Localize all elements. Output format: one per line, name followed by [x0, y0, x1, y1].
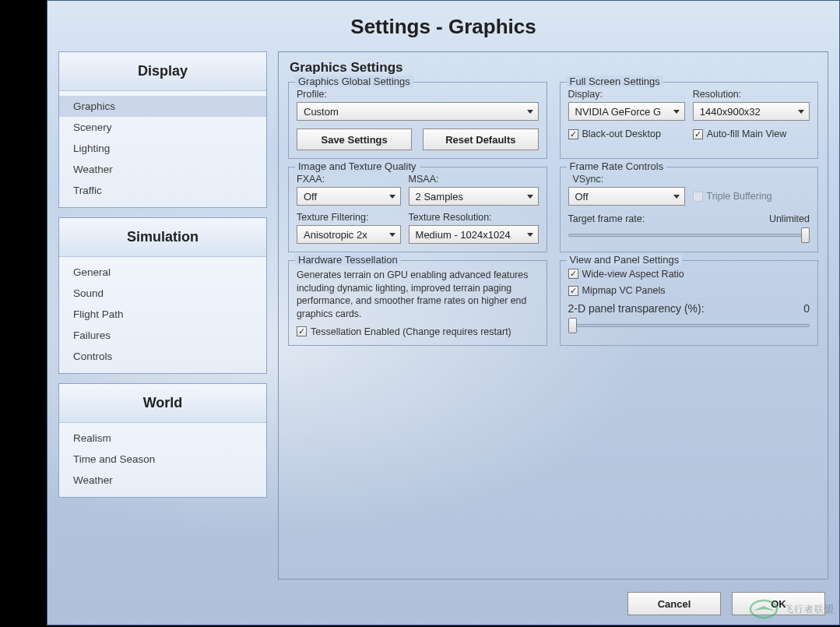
checkmark-icon [568, 129, 578, 139]
select-profile-value: Custom [304, 106, 339, 118]
slider-thumb[interactable] [568, 318, 577, 333]
chevron-down-icon [673, 195, 680, 199]
sidebar-item-sound[interactable]: Sound [59, 283, 266, 304]
select-display-value: NVIDIA GeForce G [575, 106, 662, 118]
slider-target-framerate[interactable] [568, 227, 810, 243]
select-resolution[interactable]: 1440x900x32 [693, 102, 810, 121]
chevron-down-icon [798, 110, 804, 114]
select-filter-value: Anisotropic 2x [304, 229, 367, 241]
panel-global-settings: Graphics Global Settings Profile: Custom… [288, 82, 547, 159]
sidebar-item-world-weather[interactable]: Weather [59, 470, 266, 491]
select-msaa[interactable]: 2 Samples [409, 187, 539, 206]
label-display: Display: [568, 89, 685, 100]
label-blackout: Black-out Desktop [582, 129, 661, 139]
sidebar-item-weather[interactable]: Weather [59, 159, 266, 180]
select-texture-filtering[interactable]: Anisotropic 2x [297, 225, 401, 244]
save-settings-button[interactable]: Save Settings [297, 129, 412, 150]
select-profile[interactable]: Custom [297, 102, 539, 121]
content-area: Display Graphics Scenery Lighting Weathe… [47, 47, 839, 586]
sidebar-item-scenery[interactable]: Scenery [59, 117, 266, 138]
sidebar-header-world: World [59, 384, 266, 423]
slider-track [568, 324, 810, 327]
sidebar-item-time-season[interactable]: Time and Season [59, 449, 266, 470]
label-target-framerate: Target frame rate: [568, 213, 645, 224]
sidebar-header-simulation: Simulation [59, 218, 266, 257]
panel-texture: Image and Texture Quality FXAA: Off MSAA… [288, 167, 547, 252]
checkbox-blackout-desktop[interactable]: Black-out Desktop [568, 129, 685, 139]
reset-defaults-button[interactable]: Reset Defaults [423, 129, 538, 150]
legend-texture: Image and Texture Quality [295, 160, 420, 172]
chevron-down-icon [673, 110, 680, 114]
value-target-framerate: Unlimited [769, 213, 810, 224]
slider-track [568, 234, 810, 237]
checkbox-tessellation-enabled[interactable]: Tessellation Enabled (Change requires re… [297, 326, 511, 337]
panel-fullscreen: Full Screen Settings Display: NVIDIA GeF… [560, 82, 819, 159]
legend-view: View and Panel Settings [567, 254, 683, 266]
label-2d-transparency: 2-D panel transparency (%): [568, 302, 705, 315]
checkbox-wideview-aspect[interactable]: Wide-view Aspect Ratio [568, 269, 684, 280]
sidebar-item-flight-path[interactable]: Flight Path [59, 304, 266, 325]
select-vsync[interactable]: Off [568, 187, 685, 206]
chevron-down-icon [389, 233, 395, 237]
sidebar-item-failures[interactable]: Failures [59, 325, 266, 346]
sidebar-item-traffic[interactable]: Traffic [59, 180, 266, 201]
label-msaa: MSAA: [409, 174, 539, 185]
label-vsync: VSync: [568, 174, 810, 185]
footer: Cancel OK [47, 586, 839, 625]
select-resolution-value: 1440x900x32 [700, 106, 761, 118]
label-triple-buffering: Triple Buffering [707, 191, 772, 202]
checkmark-icon [568, 269, 578, 279]
label-wideview: Wide-view Aspect Ratio [582, 269, 684, 280]
legend-fullscreen: Full Screen Settings [567, 76, 663, 87]
label-profile: Profile: [297, 89, 539, 100]
sidebar-group-simulation: Simulation General Sound Flight Path Fai… [58, 217, 267, 374]
label-fxaa: FXAA: [297, 174, 401, 185]
panel-framerate: Frame Rate Controls VSync: Off Triple Bu… [560, 167, 819, 252]
checkbox-mipmap-vc[interactable]: Mipmap VC Panels [568, 285, 666, 296]
chevron-down-icon [527, 233, 533, 237]
main-panel: Graphics Settings Graphics Global Settin… [278, 51, 828, 579]
label-resolution: Resolution: [693, 89, 810, 100]
checkbox-triple-buffering: Triple Buffering [693, 191, 772, 202]
legend-global: Graphics Global Settings [295, 76, 413, 87]
chevron-down-icon [527, 110, 533, 114]
label-tess-enabled: Tessellation Enabled (Change requires re… [311, 326, 511, 337]
select-display[interactable]: NVIDIA GeForce G [568, 102, 685, 121]
select-texres-value: Medium - 1024x1024 [416, 229, 511, 241]
select-msaa-value: 2 Samples [416, 191, 463, 203]
main-heading: Graphics Settings [290, 60, 818, 76]
checkmark-icon [297, 326, 307, 336]
checkmark-icon [568, 286, 578, 296]
settings-window: Settings - Graphics Display Graphics Sce… [47, 0, 840, 625]
select-vsync-value: Off [575, 191, 589, 203]
tessellation-description: Generates terrain on GPU enabling advanc… [297, 269, 539, 320]
sidebar-item-lighting[interactable]: Lighting [59, 138, 266, 159]
panel-view-settings: View and Panel Settings Wide-view Aspect… [560, 260, 819, 346]
value-2d-transparency: 0 [803, 302, 810, 315]
sidebar-item-graphics[interactable]: Graphics [59, 96, 266, 117]
slider-2d-transparency[interactable] [568, 318, 810, 333]
select-fxaa[interactable]: Off [297, 187, 401, 206]
legend-tessellation: Hardware Tessellation [295, 254, 401, 266]
sidebar-group-display: Display Graphics Scenery Lighting Weathe… [58, 51, 267, 208]
chevron-down-icon [527, 195, 533, 199]
label-texture-resolution: Texture Resolution: [409, 212, 539, 223]
checkmark-icon [693, 129, 703, 139]
slider-thumb[interactable] [801, 227, 810, 243]
checkbox-autofill-mainview[interactable]: Auto-fill Main View [693, 129, 810, 139]
sidebar-header-display: Display [59, 52, 266, 91]
cancel-button[interactable]: Cancel [627, 592, 721, 615]
sidebar-item-general[interactable]: General [59, 262, 266, 283]
ok-button[interactable]: OK [732, 592, 825, 615]
select-texture-resolution[interactable]: Medium - 1024x1024 [409, 225, 539, 244]
sidebar: Display Graphics Scenery Lighting Weathe… [58, 51, 267, 579]
legend-framerate: Frame Rate Controls [567, 160, 667, 172]
sidebar-item-controls[interactable]: Controls [59, 346, 266, 367]
label-mipmap: Mipmap VC Panels [582, 285, 666, 296]
sidebar-item-realism[interactable]: Realism [59, 428, 266, 449]
label-autofill: Auto-fill Main View [707, 129, 787, 139]
chevron-down-icon [389, 195, 395, 199]
checkbox-icon [693, 192, 703, 202]
sidebar-group-world: World Realism Time and Season Weather [58, 383, 267, 498]
panel-tessellation: Hardware Tessellation Generates terrain … [288, 260, 547, 346]
